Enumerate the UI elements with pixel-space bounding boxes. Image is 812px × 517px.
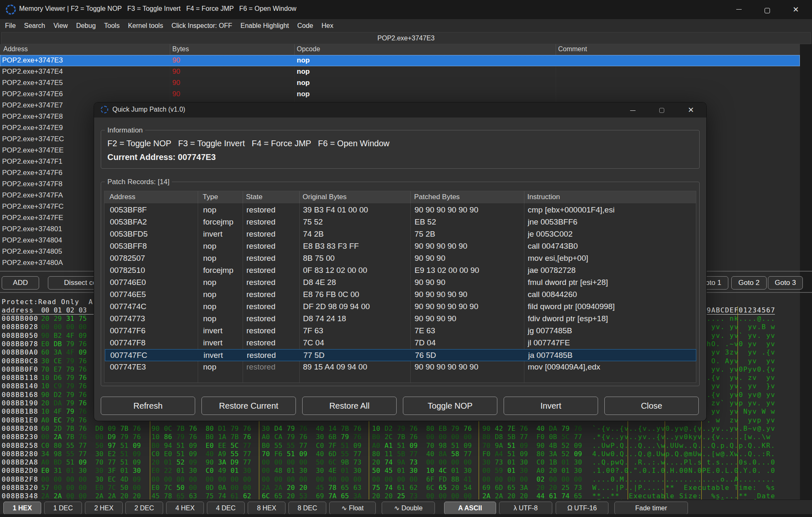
- hex-byte[interactable]: 50: [372, 467, 381, 475]
- hex-byte[interactable]: 77: [299, 442, 308, 450]
- hex-byte[interactable]: 10: [41, 382, 50, 390]
- hex-byte[interactable]: 73: [410, 458, 419, 466]
- hex-byte[interactable]: 00: [316, 475, 325, 483]
- hex-byte[interactable]: 2D: [54, 425, 63, 432]
- hex-byte[interactable]: 73: [495, 458, 504, 466]
- hex-byte[interactable]: 76: [464, 425, 473, 432]
- hex-row-address[interactable]: 008BB2A8: [2, 458, 38, 466]
- hex-byte[interactable]: 09: [79, 332, 88, 340]
- scrollbar-track[interactable]: [800, 44, 812, 500]
- close-button[interactable]: Close: [604, 397, 699, 415]
- toolbar-8-dec-button[interactable]: 8 DEC: [288, 502, 326, 515]
- hex-byte[interactable]: 8B: [451, 475, 460, 483]
- col-comment[interactable]: Comment: [558, 45, 587, 53]
- hex-byte[interactable]: E7: [54, 365, 63, 373]
- hex-byte[interactable]: 00: [287, 458, 296, 466]
- hex-byte[interactable]: 30: [95, 450, 104, 458]
- hex-byte[interactable]: D8: [495, 433, 504, 441]
- hex-byte[interactable]: D0: [95, 425, 104, 432]
- hex-byte[interactable]: 55: [231, 450, 240, 458]
- hex-byte[interactable]: 76: [189, 433, 198, 441]
- hex-byte[interactable]: 00: [482, 475, 492, 483]
- hex-byte[interactable]: 01: [176, 467, 186, 475]
- hex-byte[interactable]: 98: [439, 442, 448, 450]
- hex-byte[interactable]: 77: [79, 450, 88, 458]
- hex-row-address[interactable]: 008BB0A0: [2, 348, 38, 356]
- hex-byte[interactable]: D2: [54, 391, 63, 399]
- hex-byte[interactable]: 79: [451, 425, 460, 432]
- toolbar-2-hex-button[interactable]: 2 HEX: [85, 502, 123, 515]
- hex-byte[interactable]: 6B: [328, 433, 338, 441]
- hex-byte[interactable]: 76: [79, 365, 88, 373]
- hex-byte[interactable]: C0: [206, 467, 215, 475]
- hex-byte[interactable]: 00: [66, 475, 75, 483]
- hex-byte[interactable]: 65: [507, 484, 517, 492]
- hex-row-address[interactable]: 008BB2F8: [2, 475, 38, 483]
- hex-byte[interactable]: 86: [164, 433, 173, 441]
- hex-byte[interactable]: 20: [451, 484, 460, 492]
- hex-byte[interactable]: 76: [79, 425, 88, 432]
- hex-byte[interactable]: 76: [189, 425, 198, 432]
- hex-row-address[interactable]: 008BB1E0: [2, 416, 38, 424]
- goto2-button[interactable]: Goto 2: [731, 276, 767, 290]
- hex-byte[interactable]: 76: [133, 425, 142, 432]
- hex-byte[interactable]: 30: [464, 467, 473, 475]
- col-opcode[interactable]: Opcode: [297, 45, 320, 53]
- hex-byte[interactable]: 90: [206, 458, 215, 466]
- hex-byte[interactable]: 40: [206, 450, 215, 458]
- hex-byte[interactable]: 80: [482, 433, 492, 441]
- restore-current-button[interactable]: Restore Current: [201, 397, 296, 415]
- hex-byte[interactable]: 80: [536, 450, 546, 458]
- hex-byte[interactable]: C0: [151, 450, 161, 458]
- hex-byte[interactable]: CE: [54, 357, 63, 365]
- hex-byte[interactable]: 76: [353, 433, 363, 441]
- hex-byte[interactable]: 25: [561, 484, 571, 492]
- hex-byte[interactable]: 77: [108, 458, 117, 466]
- hex-byte[interactable]: 01: [397, 467, 406, 475]
- hex-byte[interactable]: E0: [164, 450, 173, 458]
- hex-byte[interactable]: 30: [189, 467, 198, 475]
- hex-row-address[interactable]: 008BB0C8: [2, 357, 38, 365]
- hex-byte[interactable]: 01: [451, 467, 460, 475]
- hex-byte[interactable]: 55: [341, 450, 350, 458]
- hex-row-address[interactable]: 008BB0F0: [2, 365, 38, 373]
- hex-byte[interactable]: 00: [262, 467, 271, 475]
- hex-byte[interactable]: 30: [133, 467, 142, 475]
- hex-byte[interactable]: 74: [385, 458, 394, 466]
- hex-byte[interactable]: 4C: [439, 467, 448, 475]
- hex-byte[interactable]: 30: [520, 458, 529, 466]
- menu-item-debug[interactable]: Debug: [76, 22, 96, 30]
- hex-row-address[interactable]: 008BB140: [2, 382, 38, 390]
- hex-byte[interactable]: B0: [372, 433, 381, 441]
- hex-byte[interactable]: 51: [507, 442, 517, 450]
- hex-byte[interactable]: 00: [41, 475, 50, 483]
- hex-byte[interactable]: 6D: [495, 484, 504, 492]
- hex-byte[interactable]: 76: [410, 433, 419, 441]
- hex-byte[interactable]: 77: [520, 433, 529, 441]
- hex-byte[interactable]: A0: [262, 433, 271, 441]
- menu-item-view[interactable]: View: [53, 22, 67, 30]
- hex-byte[interactable]: 31: [66, 315, 75, 322]
- hex-byte[interactable]: 74: [385, 484, 394, 492]
- hex-byte[interactable]: 4D: [120, 475, 129, 483]
- hex-row-address[interactable]: 008BB000: [2, 315, 38, 322]
- hex-byte[interactable]: 31: [54, 467, 63, 475]
- hex-byte[interactable]: 50: [120, 484, 129, 492]
- patch-record-row[interactable]: 00782510forcejmprestored0F 83 12 02 00 0…: [105, 265, 696, 277]
- hex-byte[interactable]: 09: [79, 348, 88, 356]
- hex-byte[interactable]: 00: [151, 475, 161, 483]
- hex-byte[interactable]: 20: [41, 399, 50, 407]
- hex-byte[interactable]: 79: [231, 425, 240, 432]
- toolbar-fade-timer-button[interactable]: Fade timer: [614, 502, 688, 515]
- hex-byte[interactable]: 7B: [66, 433, 75, 441]
- hex-byte[interactable]: C0: [536, 458, 546, 466]
- hex-byte[interactable]: 52: [176, 458, 186, 466]
- hex-byte[interactable]: 6D: [328, 450, 338, 458]
- hex-byte[interactable]: 00: [231, 484, 240, 492]
- hex-byte[interactable]: 00: [561, 475, 571, 483]
- hex-byte[interactable]: 79: [120, 433, 129, 441]
- hex-byte[interactable]: 30: [353, 467, 363, 475]
- hex-row-address[interactable]: 008BB168: [2, 391, 38, 399]
- hex-byte[interactable]: F0: [482, 450, 492, 458]
- toolbar-1-hex-button[interactable]: 1 HEX: [3, 502, 41, 515]
